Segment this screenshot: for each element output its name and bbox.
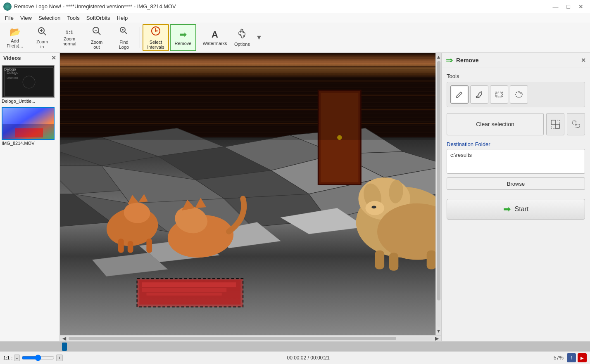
video-frame <box>60 53 435 335</box>
minimize-button[interactable]: — <box>550 2 562 11</box>
zoom-minus-button[interactable]: - <box>14 355 20 361</box>
svg-rect-91 <box>519 91 520 93</box>
video-label-1: Delogo_Untitle... <box>2 99 58 104</box>
remove-button[interactable]: ➡ Remove <box>170 24 196 51</box>
expand-selection-button[interactable] <box>546 113 564 135</box>
timeline-bar[interactable] <box>0 342 590 351</box>
select-intervals-label: SelectIntervals <box>147 40 164 50</box>
menu-softorbits[interactable]: SoftOrbits <box>83 14 114 22</box>
lasso-tool[interactable] <box>510 85 528 104</box>
zoom-in-button[interactable]: Zoomin <box>29 24 55 51</box>
video-vertical-scrollbar[interactable]: ▲ ▼ <box>435 53 441 335</box>
svg-rect-77 <box>375 251 384 269</box>
svg-text:Untitled: Untitled <box>7 76 18 80</box>
svg-rect-89 <box>496 95 497 97</box>
clear-selection-row: Clear selection <box>447 113 585 135</box>
destination-folder-input[interactable]: c:\results <box>447 149 585 174</box>
tools-section: Tools <box>447 73 585 107</box>
toolbox-panel: ⇒ Remove ✕ Tools <box>441 53 590 341</box>
facebook-icon[interactable]: f <box>567 353 576 362</box>
toolbar-scroll-down[interactable]: ▼ <box>256 34 262 41</box>
close-button[interactable]: ✕ <box>575 2 587 11</box>
videos-panel-close[interactable]: ✕ <box>51 54 56 61</box>
svg-rect-65 <box>146 239 152 253</box>
browse-button[interactable]: Browse <box>447 177 585 190</box>
zoom-normal-label: Zoomnormal <box>62 36 76 46</box>
zoom-in-icon <box>37 26 48 38</box>
video-inner[interactable] <box>60 53 435 335</box>
svg-rect-93 <box>551 120 555 124</box>
zoom-out-icon <box>91 26 102 39</box>
video-horizontal-scrollbar[interactable]: ◀ ▶ <box>60 335 441 341</box>
menu-file[interactable]: File <box>2 14 17 22</box>
videos-panel: Videos ✕ Delogo Untitled <box>0 53 60 341</box>
zoom-out-button[interactable]: Zoomout <box>83 24 110 51</box>
time-display: 00:00:02 / 00:00:21 <box>287 355 330 361</box>
add-files-icon: 📂 <box>10 27 21 38</box>
zoom-percent: 57% <box>554 355 564 361</box>
tools-row <box>447 82 585 107</box>
title-bar-controls[interactable]: — □ ✕ <box>550 2 587 11</box>
svg-rect-64 <box>128 241 133 253</box>
svg-point-9 <box>122 29 124 31</box>
clear-selection-button[interactable]: Clear selection <box>447 113 544 135</box>
video-thumb-2 <box>2 107 55 140</box>
pencil-tool[interactable] <box>450 85 469 104</box>
zoom-controls: 1:1 : - + <box>3 355 63 361</box>
svg-line-1 <box>43 33 46 35</box>
brush-tool[interactable] <box>470 85 488 104</box>
menu-bar: File View Selection Tools SoftOrbits Hel… <box>0 13 590 23</box>
shrink-selection-button[interactable] <box>567 113 585 135</box>
svg-rect-92 <box>520 92 522 94</box>
toolbox-close-button[interactable]: ✕ <box>581 57 586 64</box>
options-button[interactable]: Options <box>229 24 255 51</box>
timeline-thumb[interactable] <box>62 343 67 351</box>
toolbar: 📂 AddFile(s)... Zoomin 1:1 Zoomnormal Zo… <box>0 23 590 53</box>
find-logo-label: FindLogo <box>119 40 129 50</box>
destination-folder-label: Destination Folder <box>447 141 585 147</box>
svg-rect-90 <box>501 95 502 97</box>
start-button[interactable]: ➡ Start <box>447 199 585 220</box>
video-item-2[interactable]: IMG_8214.MOV <box>2 107 58 146</box>
start-label: Start <box>515 206 529 213</box>
clear-selection-label: Clear selection <box>476 121 514 128</box>
watermarks-button[interactable]: A Watermarks <box>202 24 228 51</box>
svg-point-13 <box>155 30 157 32</box>
menu-selection[interactable]: Selection <box>35 14 64 22</box>
vscroll-thumb[interactable] <box>437 61 440 300</box>
title-bar: Remove Logo Now! - ****Unregistered vers… <box>0 0 590 13</box>
vscroll-track[interactable] <box>437 61 440 327</box>
zoom-plus-button[interactable]: + <box>56 355 63 361</box>
menu-help[interactable]: Help <box>114 14 131 22</box>
add-files-button[interactable]: 📂 AddFile(s)... <box>2 24 28 51</box>
add-files-label: AddFile(s)... <box>7 38 23 48</box>
toolbox-header: ⇒ Remove ✕ <box>442 53 590 68</box>
vscroll-down[interactable]: ▼ <box>436 327 441 335</box>
hscroll-right[interactable]: ▶ <box>433 336 441 341</box>
toolbox-header-left: ⇒ Remove <box>446 55 478 65</box>
maximize-button[interactable]: □ <box>564 2 573 11</box>
hscroll-thumb[interactable] <box>69 337 396 340</box>
hscroll-track[interactable] <box>69 337 433 340</box>
menu-tools[interactable]: Tools <box>64 14 83 22</box>
toolbox-title: Remove <box>456 57 478 64</box>
select-intervals-button[interactable]: SelectIntervals <box>143 24 169 51</box>
options-label: Options <box>234 42 250 47</box>
youtube-icon[interactable]: ▶ <box>578 353 587 362</box>
svg-line-5 <box>98 32 100 35</box>
start-arrow-icon: ➡ <box>503 204 511 215</box>
menu-view[interactable]: View <box>17 14 35 22</box>
videos-list: Delogo Untitled Delogo_Untitle... <box>0 63 59 341</box>
find-logo-button[interactable]: FindLogo <box>111 24 137 51</box>
video-item-1[interactable]: Delogo Untitled Delogo_Untitle... <box>2 65 58 104</box>
hscroll-left[interactable]: ◀ <box>60 336 69 341</box>
zoom-normal-button[interactable]: 1:1 Zoomnormal <box>56 24 83 51</box>
rect-select-tool[interactable] <box>490 85 508 104</box>
window-title: Remove Logo Now! - ****Unregistered vers… <box>14 3 176 9</box>
vscroll-up[interactable]: ▲ <box>436 53 441 61</box>
video-thumb-1: Delogo Untitled <box>2 65 55 98</box>
zoom-slider[interactable] <box>21 355 55 361</box>
watermarks-icon: A <box>212 29 218 40</box>
options-icon <box>237 28 247 41</box>
svg-rect-79 <box>427 251 435 269</box>
